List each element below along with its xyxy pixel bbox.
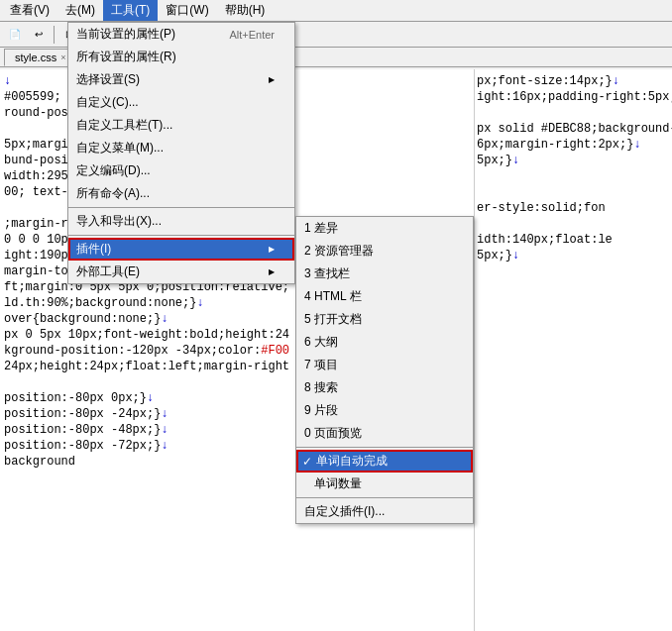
menu-item-external-tools[interactable]: 外部工具(E) ▶	[68, 261, 294, 283]
plugin-item-html-bar[interactable]: 4 HTML 栏	[296, 285, 473, 308]
plugin-item-projects[interactable]: 7 项目	[296, 354, 473, 376]
menu-item-label: 选择设置(S)	[76, 71, 140, 88]
menu-item-plugins[interactable]: 插件(I) ▶	[68, 238, 294, 261]
menu-item-label: 导入和导出(X)...	[76, 213, 162, 230]
menu-shortcut: Alt+Enter	[229, 29, 275, 41]
plugin-label: 0 页面预览	[304, 425, 362, 442]
code-line: px solid #DEBC88;background-color:#FFFF	[477, 121, 670, 137]
menu-item-label: 定义编码(D)...	[76, 162, 151, 179]
plugin-item-custom-plugins[interactable]: 自定义插件(I)...	[296, 500, 473, 523]
code-line: idth:140px;float:le	[477, 232, 670, 248]
check-icon: ✓	[302, 455, 312, 469]
plugin-label: 5 打开文档	[304, 311, 362, 328]
menu-bar: 查看(V) 去(M) 工具(T) 窗口(W) 帮助(H)	[0, 0, 672, 22]
toolbar-btn-1[interactable]: 📄	[4, 24, 26, 46]
right-code-panel: px;font-size:14px;}↓ ight:16px;padding-r…	[474, 69, 672, 631]
plugin-label: 8 搜索	[304, 379, 338, 396]
plugin-label: 6 大纲	[304, 334, 338, 351]
menu-help[interactable]: 帮助(H)	[217, 0, 274, 21]
menu-item-label: 外部工具(E)	[76, 263, 140, 280]
plugin-label: 4 HTML 栏	[304, 288, 362, 305]
tab-close-icon[interactable]: ×	[60, 53, 65, 62]
code-line: px;font-size:14px;}↓	[477, 73, 670, 89]
menu-view[interactable]: 查看(V)	[2, 0, 57, 21]
plugin-label: 单词数量	[314, 475, 362, 492]
toolbar-btn-2[interactable]: ↩	[28, 24, 50, 46]
toolbar-sep-1	[54, 26, 55, 44]
menu-item-import-export[interactable]: 导入和导出(X)...	[68, 210, 294, 233]
tab-style-css[interactable]: style.css ×	[4, 49, 76, 66]
menu-item-define-code[interactable]: 定义编码(D)...	[68, 159, 294, 182]
plugin-separator-2	[296, 497, 473, 498]
menu-item-label: 自定义菜单(M)...	[76, 140, 164, 157]
plugin-item-page-preview[interactable]: 0 页面预览	[296, 422, 473, 445]
code-line	[477, 184, 670, 200]
plugin-item-resource-mgr[interactable]: 2 资源管理器	[296, 240, 473, 263]
submenu-arrow-icon: ▶	[269, 267, 275, 276]
menu-item-select-settings[interactable]: 选择设置(S) ▶	[68, 68, 294, 91]
submenu-arrow-icon: ▶	[269, 75, 275, 84]
plugin-submenu: 1 差异 2 资源管理器 3 查找栏 4 HTML 栏 5 打开文档 6 大纲 …	[295, 216, 474, 524]
code-line: 5px;}↓	[477, 153, 670, 168]
code-line	[477, 105, 670, 121]
menu-item-all-commands[interactable]: 所有命令(A)...	[68, 182, 294, 205]
menu-window[interactable]: 窗口(W)	[158, 0, 216, 21]
plugin-label: 自定义插件(I)...	[304, 503, 385, 520]
menu-go[interactable]: 去(M)	[57, 0, 103, 21]
plugin-item-open-file[interactable]: 5 打开文档	[296, 308, 473, 331]
plugin-label: 3 查找栏	[304, 265, 350, 282]
code-line: 6px;margin-right:2px;}↓	[477, 137, 670, 153]
menu-item-customize-menu[interactable]: 自定义菜单(M)...	[68, 137, 294, 159]
code-line: er-style:solid;fon	[477, 200, 670, 216]
code-line	[477, 168, 670, 184]
plugin-item-search[interactable]: 8 搜索	[296, 376, 473, 399]
menu-item-label: 当前设置的属性(P)	[76, 26, 175, 43]
tools-dropdown: 当前设置的属性(P) Alt+Enter 所有设置的属性(R) 选择设置(S) …	[67, 22, 295, 284]
plugin-label: 1 差异	[304, 220, 338, 237]
submenu-arrow-icon: ▶	[269, 245, 275, 254]
tab-label: style.css	[15, 52, 56, 63]
menu-item-label: 自定义工具栏(T)...	[76, 117, 172, 134]
menu-item-label: 所有命令(A)...	[76, 185, 150, 202]
plugin-label: 7 项目	[304, 357, 338, 373]
plugin-item-find-bar[interactable]: 3 查找栏	[296, 263, 473, 285]
menu-item-customize-toolbar[interactable]: 自定义工具栏(T)...	[68, 114, 294, 137]
plugin-separator-1	[296, 447, 473, 448]
code-line	[477, 216, 670, 232]
menu-item-current-props[interactable]: 当前设置的属性(P) Alt+Enter	[68, 23, 294, 46]
menu-item-label: 插件(I)	[76, 241, 111, 258]
plugin-item-diff[interactable]: 1 差异	[296, 217, 473, 240]
app-window: 查看(V) 去(M) 工具(T) 窗口(W) 帮助(H) 📄 ↩ ⊞ ▶ ◀ ⊠…	[0, 0, 672, 631]
menu-separator	[68, 207, 294, 208]
menu-item-customize[interactable]: 自定义(C)...	[68, 91, 294, 114]
menu-tools[interactable]: 工具(T)	[103, 0, 158, 21]
plugin-label: 9 片段	[304, 402, 338, 419]
plugin-item-clips[interactable]: 9 片段	[296, 399, 473, 422]
plugin-item-outline[interactable]: 6 大纲	[296, 331, 473, 354]
code-line: 5px;}↓	[477, 248, 670, 263]
menu-item-all-props[interactable]: 所有设置的属性(R)	[68, 46, 294, 68]
plugin-item-word-count[interactable]: 单词数量	[296, 473, 473, 495]
menu-item-label: 自定义(C)...	[76, 94, 139, 111]
code-line: ight:16px;padding-right:5px;margin-top:	[477, 89, 670, 105]
plugin-item-word-complete[interactable]: ✓ 单词自动完成	[296, 450, 473, 473]
menu-item-label: 所有设置的属性(R)	[76, 49, 176, 65]
plugin-label: 单词自动完成	[316, 453, 388, 470]
menu-separator-2	[68, 235, 294, 236]
plugin-label: 2 资源管理器	[304, 243, 374, 260]
